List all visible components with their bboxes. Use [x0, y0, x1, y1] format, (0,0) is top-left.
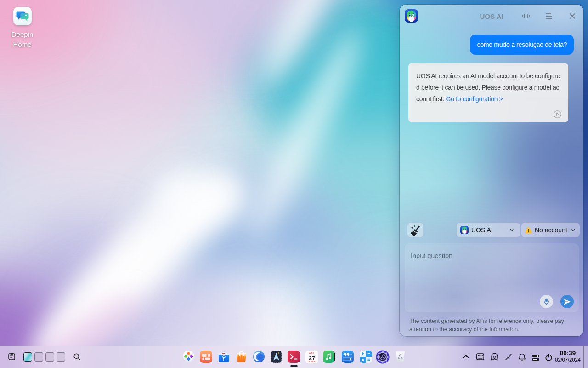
svg-text:MARCH: MARCH [309, 352, 315, 354]
svg-text:THURSDAY: THURSDAY [308, 361, 317, 362]
